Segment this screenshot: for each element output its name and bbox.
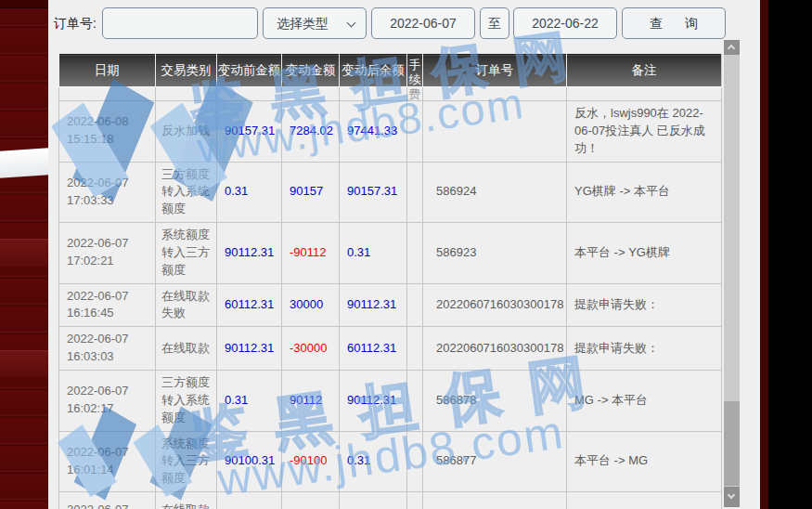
cell-fee: [407, 370, 423, 431]
cell-transaction-type: 系统额度转入三方额度: [156, 223, 217, 284]
cell-order-no: 586877: [423, 431, 567, 492]
cell-before-amount: 0.31: [217, 492, 282, 509]
cell-transaction-type: 在线取款失败: [156, 283, 217, 327]
cell-transaction-type: 三方额度转入系统额度: [156, 370, 217, 431]
type-select-value: 选择类型: [277, 16, 329, 31]
cell-transaction-type: 反水加钱: [156, 101, 217, 163]
scroll-up-button[interactable]: [724, 40, 740, 55]
cell-order-no: 586878: [423, 370, 567, 431]
cell-remark: YG棋牌 -> 本平台: [567, 162, 722, 223]
cell-remark: 本平台 -> YG棋牌: [567, 223, 722, 284]
cell-before-amount: 0.31: [217, 370, 282, 431]
page: 订单号: 选择类型 2022-06-07 至 2022-06-22 查 询 日期…: [0, 0, 812, 509]
cell-date: 2022-06-0715:37:06: [59, 492, 156, 509]
cell-before-amount: 90100.31: [217, 431, 282, 492]
cell-after-balance: 0.31: [340, 223, 407, 284]
table-row: 2022-06-0716:01:14 系统额度转入三方额度 90100.31 -…: [59, 431, 722, 492]
cell-date: 2022-06-0716:03:03: [59, 327, 156, 371]
cell-remark: 提款申请失败：: [567, 283, 722, 327]
type-select[interactable]: 选择类型: [263, 7, 367, 39]
cell-remark: 反水，lswjs990在 2022-06-07投注真人 已反水成功！: [567, 101, 722, 163]
transactions-table-wrap: 日期 交易类别 变动前金额 变动金额 变动后余额 手续费 订单号 备注 2022…: [58, 54, 722, 509]
cell-before-amount: 90112.31: [217, 327, 282, 371]
table-row: 2022-06-0716:16:45 在线取款失败 60112.31 30000…: [59, 283, 722, 327]
cell-change-amount: 90112: [282, 370, 340, 431]
query-button[interactable]: 查 询: [622, 7, 726, 39]
date-from-input[interactable]: 2022-06-07: [371, 7, 475, 39]
cell-after-balance: 0.31: [340, 431, 407, 492]
date-to-separator: 至: [480, 7, 509, 39]
cell-change-amount: -90100: [282, 431, 340, 492]
cell-date: 2022-06-0815:15:18: [59, 101, 156, 163]
cell-change-amount: 30000: [282, 283, 340, 327]
header-before-amount: 变动前金额: [217, 55, 282, 87]
cell-fee: [407, 327, 423, 371]
cell-change-amount: -30000: [282, 327, 340, 371]
chevron-down-icon: [347, 19, 356, 28]
cell-fee: [407, 283, 423, 327]
cell-before-amount: 90112.31: [217, 223, 282, 284]
cell-transaction-type: 在线取款: [156, 327, 217, 371]
cell-change-amount: 90157: [282, 162, 340, 223]
cell-remark: 本平台 -> MG: [567, 431, 722, 492]
cell-order-no: 2022060715213900167: [423, 492, 567, 509]
cell-order-no: [423, 101, 567, 163]
cell-order-no: 586923: [423, 223, 567, 284]
table-row: 2022-06-0717:02:21 系统额度转入三方额度 90112.31 -…: [59, 223, 722, 284]
cell-date: 2022-06-0717:02:21: [59, 223, 156, 284]
scrollbar-thumb[interactable]: [724, 401, 740, 486]
cell-fee: [407, 492, 423, 509]
cell-change-amount: 7284.02: [282, 101, 340, 163]
filter-form: 订单号: 选择类型 2022-06-07 至 2022-06-22 查 询: [0, 0, 761, 46]
cell-before-amount: 0.31: [217, 162, 282, 223]
cell-transaction-type: 系统额度转入三方额度: [156, 431, 217, 492]
cell-order-no: 586924: [423, 162, 567, 223]
transactions-table: 日期 交易类别 变动前金额 变动金额 变动后余额 手续费 订单号 备注 2022…: [58, 54, 722, 509]
cell-fee: [407, 431, 423, 492]
table-row: 2022-06-0716:03:03 在线取款 90112.31 -30000 …: [59, 327, 722, 371]
table-row: 2022-06-0715:37:06 在线取款失败 0.31 90100 901…: [59, 492, 722, 509]
cell-change-amount: 90100: [282, 492, 340, 509]
cell-transaction-type: 三方额度转入系统额度: [156, 162, 217, 223]
header-date: 日期: [59, 55, 156, 87]
cell-order-no: 2022060716030300178: [423, 283, 567, 327]
chevron-up-icon: [728, 45, 735, 52]
chevron-down-icon: [728, 491, 735, 499]
cell-remark: 提款申请失败：: [567, 492, 722, 509]
table-row: 2022-06-0716:02:17 三方额度转入系统额度 0.31 90112…: [59, 370, 722, 431]
cell-after-balance: 90112.31: [340, 283, 407, 327]
cell-fee: [407, 101, 423, 163]
table-row: 2022-06-0717:03:33 三方额度转入系统额度 0.31 90157…: [59, 162, 722, 223]
cell-change-amount: -90112: [282, 223, 340, 284]
header-order-no: 订单号: [423, 55, 567, 87]
header-after-balance: 变动后余额: [340, 55, 407, 87]
order-no-input[interactable]: [102, 7, 258, 39]
vertical-scrollbar[interactable]: [724, 40, 740, 507]
sidebar-item-highlight-1[interactable]: [0, 239, 48, 267]
cell-fee: [407, 162, 423, 223]
cell-after-balance: 90112.31: [340, 370, 407, 431]
cell-before-amount: 90157.31: [217, 101, 282, 163]
header-change-amount: 变动金额: [282, 55, 340, 87]
cell-after-balance: 90100.31: [340, 492, 407, 509]
cell-date: 2022-06-0716:01:14: [59, 431, 156, 492]
sidebar-menu[interactable]: [0, 0, 48, 509]
date-to-input[interactable]: 2022-06-22: [513, 7, 617, 39]
cell-fee: [407, 223, 423, 284]
sidebar-item-active[interactable]: [0, 148, 48, 178]
sidebar-item-highlight-2[interactable]: [0, 350, 48, 376]
cell-after-balance: 90157.31: [340, 162, 407, 223]
table-row: 2022-06-0815:15:18 反水加钱 90157.31 7284.02…: [59, 101, 722, 163]
cell-order-no: 2022060716030300178: [423, 327, 567, 371]
header-type: 交易类别: [156, 55, 217, 87]
cell-after-balance: 97441.33: [340, 101, 407, 163]
cell-after-balance: 60112.31: [340, 327, 407, 371]
table-header-row: 日期 交易类别 变动前金额 变动金额 变动后余额 手续费 订单号 备注: [59, 55, 722, 87]
cell-before-amount: 60112.31: [217, 283, 282, 327]
scroll-down-button[interactable]: [724, 487, 740, 507]
cell-transaction-type: 在线取款失败: [156, 492, 217, 509]
header-remark: 备注: [567, 55, 722, 87]
right-black-panel: [768, 0, 812, 509]
cell-date: 2022-06-0717:03:33: [59, 162, 156, 223]
cell-date: 2022-06-0716:02:17: [59, 370, 156, 431]
